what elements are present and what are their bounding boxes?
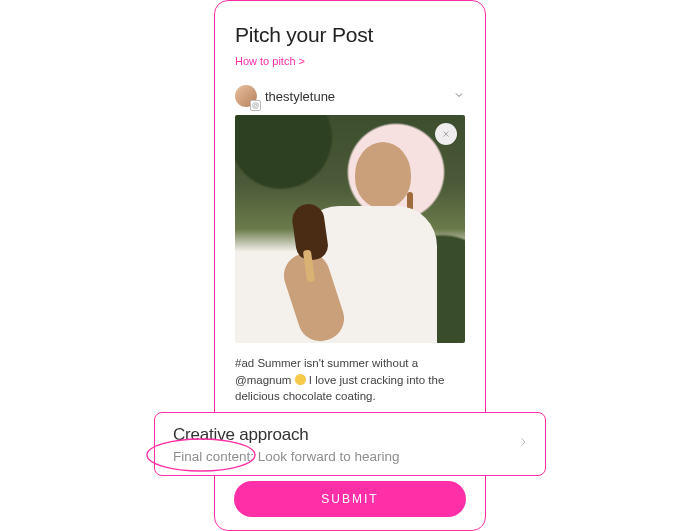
post-caption: #ad Summer isn't summer without a @magnu… [235,355,465,405]
avatar [235,85,257,107]
how-to-pitch-link[interactable]: How to pitch > [235,55,305,67]
creative-approach-card[interactable]: Creative approach Final content: Look fo… [154,412,546,476]
instagram-icon [250,100,261,111]
chevron-down-icon [453,87,465,105]
caption-line2b: I love just cracking into the [306,374,445,386]
image-figure [299,142,437,338]
account-left: thestyletune [235,85,335,107]
caption-line1: #ad Summer isn't summer without a [235,357,418,369]
post-image [235,115,465,343]
remove-image-button[interactable] [435,123,457,145]
overlay-title: Creative approach [173,425,400,445]
submit-button[interactable]: SUBMIT [234,481,466,517]
smile-emoji-icon [295,374,306,385]
caption-line2a: @magnum [235,374,295,386]
overlay-text: Creative approach Final content: Look fo… [173,425,400,464]
account-selector[interactable]: thestyletune [235,85,465,107]
overlay-subtitle: Final content: Look forward to hearing [173,449,400,464]
username-label: thestyletune [265,89,335,104]
caption-line3: delicious chocolate coating. [235,390,376,402]
svg-point-1 [254,104,256,106]
svg-rect-0 [253,103,258,108]
chevron-right-icon [517,432,529,456]
svg-point-2 [257,104,258,105]
page-title: Pitch your Post [235,23,465,47]
